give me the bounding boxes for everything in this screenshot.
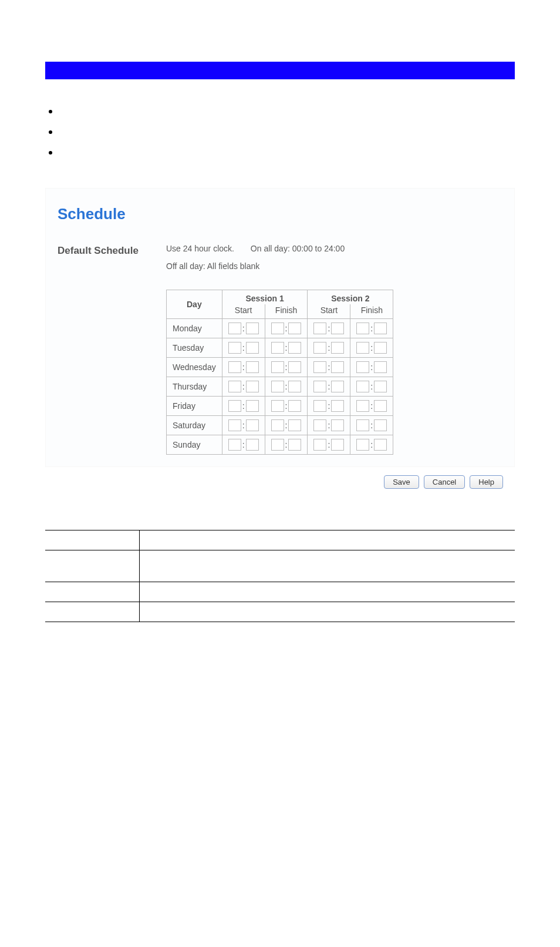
hour-input[interactable] [271, 361, 284, 373]
minute-input[interactable] [288, 361, 301, 373]
minute-input[interactable] [374, 381, 387, 392]
minute-input[interactable] [246, 419, 259, 431]
colon: : [285, 382, 288, 391]
minute-input[interactable] [288, 381, 301, 392]
cancel-button[interactable]: Cancel [424, 475, 465, 489]
minute-input[interactable] [331, 342, 344, 354]
hour-input[interactable] [271, 381, 284, 392]
save-button[interactable]: Save [384, 475, 419, 489]
colon: : [285, 362, 288, 372]
minute-input[interactable] [374, 400, 387, 412]
minute-input[interactable] [288, 419, 301, 431]
colon: : [370, 440, 373, 449]
bullet-item [45, 109, 515, 129]
session1-start-cell: : [222, 319, 265, 338]
hour-input[interactable] [271, 323, 284, 334]
minute-input[interactable] [331, 419, 344, 431]
minute-input[interactable] [331, 439, 344, 451]
minute-input[interactable] [288, 342, 301, 354]
hour-input[interactable] [313, 400, 326, 412]
hour-input[interactable] [356, 381, 369, 392]
minute-input[interactable] [246, 361, 259, 373]
minute-input[interactable] [374, 419, 387, 431]
minute-input[interactable] [374, 323, 387, 334]
minute-input[interactable] [374, 361, 387, 373]
hour-input[interactable] [228, 323, 241, 334]
minute-input[interactable] [374, 439, 387, 451]
session2-finish-cell: : [350, 397, 393, 416]
hints-block: Use 24 hour clock. On all day: 00:00 to … [166, 244, 345, 271]
colon: : [328, 421, 330, 430]
hour-input[interactable] [356, 342, 369, 354]
hour-input[interactable] [271, 342, 284, 354]
hour-input[interactable] [228, 342, 241, 354]
minute-input[interactable] [288, 323, 301, 334]
hour-input[interactable] [313, 323, 326, 334]
schedule-row: Wednesday:::: [167, 358, 393, 377]
hour-input[interactable] [356, 439, 369, 451]
session2-finish-cell: : [350, 416, 393, 435]
bullet-list [45, 109, 515, 170]
minute-input[interactable] [331, 361, 344, 373]
session2-start-cell: : [308, 358, 350, 377]
colon: : [370, 324, 373, 333]
hour-input[interactable] [228, 400, 241, 412]
hour-input[interactable] [313, 439, 326, 451]
schedule-row: Thursday:::: [167, 377, 393, 397]
minute-input[interactable] [246, 323, 259, 334]
hour-input[interactable] [313, 342, 326, 354]
day-cell: Friday [167, 397, 222, 416]
session2-start-cell: : [308, 338, 350, 358]
minute-input[interactable] [246, 439, 259, 451]
hour-input[interactable] [313, 419, 326, 431]
colon: : [370, 362, 373, 372]
hour-input[interactable] [228, 439, 241, 451]
colon: : [242, 324, 245, 333]
session2-finish-cell: : [350, 319, 393, 338]
finish-label: Finish [350, 304, 393, 319]
day-cell: Tuesday [167, 338, 222, 358]
day-header: Day [167, 290, 222, 319]
minute-input[interactable] [374, 342, 387, 354]
colon: : [242, 421, 245, 430]
hour-input[interactable] [356, 323, 369, 334]
colon: : [370, 421, 373, 430]
bullet-item [45, 150, 515, 170]
session1-start-cell: : [222, 358, 265, 377]
minute-input[interactable] [331, 381, 344, 392]
session1-finish-cell: : [265, 338, 308, 358]
session2-start-cell: : [308, 397, 350, 416]
colon: : [370, 401, 373, 411]
hour-input[interactable] [313, 381, 326, 392]
schedule-row: Saturday:::: [167, 416, 393, 435]
hour-input[interactable] [356, 400, 369, 412]
hour-input[interactable] [271, 439, 284, 451]
minute-input[interactable] [246, 400, 259, 412]
hour-input[interactable] [271, 419, 284, 431]
hour-input[interactable] [271, 400, 284, 412]
day-cell: Sunday [167, 435, 222, 455]
hour-input[interactable] [228, 419, 241, 431]
colon: : [370, 343, 373, 352]
colon: : [328, 324, 330, 333]
hour-input[interactable] [228, 381, 241, 392]
minute-input[interactable] [288, 439, 301, 451]
info-table [45, 530, 515, 622]
colon: : [285, 324, 288, 333]
session1-start-cell: : [222, 416, 265, 435]
help-button[interactable]: Help [470, 475, 503, 489]
day-cell: Saturday [167, 416, 222, 435]
minute-input[interactable] [246, 342, 259, 354]
hour-input[interactable] [313, 361, 326, 373]
session2-finish-cell: : [350, 358, 393, 377]
minute-input[interactable] [331, 323, 344, 334]
minute-input[interactable] [331, 400, 344, 412]
schedule-row: Friday:::: [167, 397, 393, 416]
minute-input[interactable] [246, 381, 259, 392]
hour-input[interactable] [228, 361, 241, 373]
bullet-item [45, 129, 515, 150]
hour-input[interactable] [356, 361, 369, 373]
colon: : [328, 343, 330, 352]
hour-input[interactable] [356, 419, 369, 431]
minute-input[interactable] [288, 400, 301, 412]
